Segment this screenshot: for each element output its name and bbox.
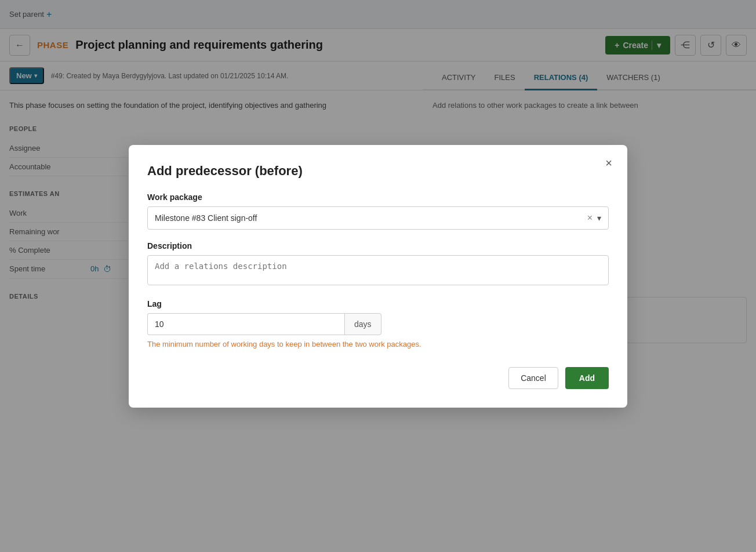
cancel-button[interactable]: Cancel (508, 367, 558, 389)
select-clear-icon[interactable]: × (587, 213, 593, 223)
description-label: Description (147, 241, 609, 250)
select-actions: × ▾ (587, 213, 601, 223)
lag-input[interactable] (147, 313, 344, 335)
add-predecessor-modal: Add predecessor (before) × Work package … (129, 145, 627, 408)
modal-footer: Cancel Add (147, 367, 609, 389)
lag-hint: The minimum number of working days to ke… (147, 340, 609, 348)
description-input[interactable] (147, 255, 609, 285)
modal-title: Add predecessor (before) (147, 164, 609, 179)
lag-group: Lag days The minimum number of working d… (147, 299, 609, 348)
description-group: Description (147, 241, 609, 288)
work-package-select[interactable]: Milestone #83 Client sign-off × ▾ (147, 206, 609, 230)
lag-label: Lag (147, 299, 609, 308)
add-button[interactable]: Add (565, 367, 609, 389)
select-dropdown-icon[interactable]: ▾ (597, 213, 601, 223)
modal-close-button[interactable]: × (599, 154, 618, 173)
close-icon: × (605, 157, 612, 170)
modal-overlay: Add predecessor (before) × Work package … (0, 0, 756, 552)
work-package-label: Work package (147, 193, 609, 202)
lag-unit: days (344, 313, 381, 335)
work-package-selected-value: Milestone #83 Client sign-off (155, 213, 257, 223)
lag-row: days (147, 313, 609, 335)
work-package-group: Work package Milestone #83 Client sign-o… (147, 193, 609, 230)
